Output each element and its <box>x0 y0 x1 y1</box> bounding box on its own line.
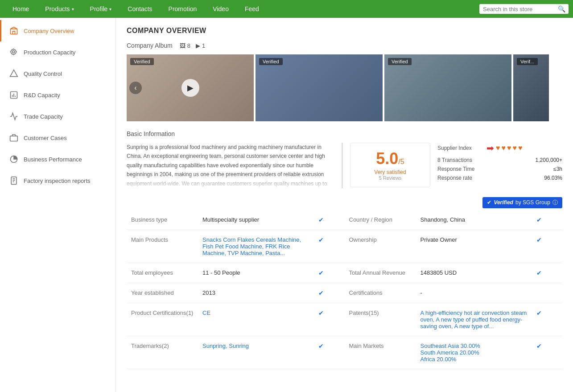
business-performance-icon <box>8 154 19 165</box>
image-gallery: ‹ Verified ▶ Verified Verified Verif... <box>127 54 562 121</box>
sidebar: Company Overview Production Capacity Qua… <box>0 18 116 392</box>
star-3: ♥ <box>507 144 511 152</box>
sidebar-item-business-performance[interactable]: Business Performance <box>0 149 115 170</box>
nav-promotion[interactable]: Promotion <box>161 0 205 18</box>
gallery-image-4[interactable]: Verif... <box>513 54 549 121</box>
factory-inspection-icon <box>8 175 19 186</box>
sgs-verified-badge: ✔ Verified by SGS Group ⓘ <box>482 197 562 208</box>
company-description: Sunpring is a professional food machiner… <box>127 143 343 188</box>
search-input[interactable] <box>483 6 558 12</box>
sidebar-rd-label: R&D Capacity <box>24 92 60 99</box>
field-value-business-type: Multispecialty supplier <box>198 210 314 230</box>
field-label-certifications: Certifications <box>345 283 416 303</box>
patents-link[interactable]: A high-efficiency hot air convection ste… <box>420 309 527 330</box>
sgs-info-icon[interactable]: ⓘ <box>552 199 558 206</box>
play-button-1[interactable]: ▶ <box>181 79 199 97</box>
nav-feed[interactable]: Feed <box>237 0 267 18</box>
main-content: COMPANY OVERVIEW Company Album 🖼 8 ▶ 1 ‹… <box>116 18 573 392</box>
field-label-trademarks: Trademarks(2) <box>127 336 198 369</box>
top-navigation: Home Products ▾ Profile ▾ Contacts Promo… <box>0 0 573 18</box>
video-icon: ▶ <box>196 42 200 49</box>
field-value-certifications: - <box>416 283 532 303</box>
verified-icon-6: ✔ <box>532 263 563 283</box>
page-title: COMPANY OVERVIEW <box>127 27 562 35</box>
album-photo-count[interactable]: 🖼 8 <box>180 42 190 49</box>
gallery-prev-button[interactable]: ‹ <box>129 82 142 94</box>
field-value-trademarks: Sunpring, Sunring <box>198 336 314 369</box>
table-row: Product Certifications(1) CE ✔ Patents(1… <box>127 303 562 336</box>
verified-banner: ✔ Verified by SGS Group ⓘ <box>127 197 562 208</box>
search-icon: 🔍 <box>558 5 565 12</box>
trademarks-link[interactable]: Sunpring, Sunring <box>202 342 249 349</box>
nav-home[interactable]: Home <box>4 0 37 18</box>
album-header: Company Album 🖼 8 ▶ 1 <box>127 42 562 49</box>
response-time-row: Response Time ≤3h <box>437 166 562 172</box>
nav-products[interactable]: Products ▾ <box>37 0 82 18</box>
verified-badge-1: Verified <box>130 58 154 65</box>
verified-icon-5: ✔ <box>314 263 345 283</box>
verified-badge-3: Verified <box>388 58 412 65</box>
trade-capacity-icon <box>8 111 19 122</box>
nav-video[interactable]: Video <box>205 0 237 18</box>
verified-icon-3: ✔ <box>314 230 345 263</box>
southeast-asia-link[interactable]: Southeast Asia 30.00% <box>420 342 480 349</box>
basic-info-header: Basic Information <box>127 130 562 137</box>
customer-cases-icon <box>8 132 19 143</box>
svg-point-1 <box>11 49 16 54</box>
sidebar-business-label: Business Performance <box>24 156 82 163</box>
sidebar-quality-label: Quality Control <box>24 70 62 77</box>
rating-label: Very satisfied <box>357 169 424 175</box>
sidebar-item-factory-inspection[interactable]: Factory inspection reports <box>0 170 115 191</box>
verified-badge-2: Verified <box>259 58 283 65</box>
field-label-product-certs: Product Certifications(1) <box>127 303 198 336</box>
rd-capacity-icon <box>8 90 19 100</box>
sidebar-item-customer-cases[interactable]: Customer Cases <box>0 127 115 149</box>
gallery-image-2[interactable]: Verified <box>256 54 383 121</box>
field-label-main-markets: Main Markets <box>345 336 416 369</box>
verified-text: Verified <box>494 199 513 206</box>
nav-profile[interactable]: Profile ▾ <box>82 0 120 18</box>
ce-link[interactable]: CE <box>202 309 210 316</box>
sidebar-company-overview-label: Company Overview <box>24 28 74 34</box>
sidebar-item-rd-capacity[interactable]: R&D Capacity <box>0 84 115 106</box>
sidebar-item-trade-capacity[interactable]: Trade Capacity <box>0 106 115 127</box>
sidebar-item-company-overview[interactable]: Company Overview <box>0 20 115 41</box>
field-label-business-type: Business type <box>127 210 198 230</box>
nav-contacts[interactable]: Contacts <box>120 0 160 18</box>
verified-icon-11: ✔ <box>314 336 345 369</box>
field-value-product-certs: CE <box>198 303 314 336</box>
company-overview-icon <box>8 25 19 36</box>
table-row: Business type Multispecialty supplier ✔ … <box>127 210 562 230</box>
response-rate-label: Response rate <box>437 175 472 181</box>
album-video-count[interactable]: ▶ 1 <box>196 42 205 49</box>
field-value-main-markets: Southeast Asia 30.00% South America 20.0… <box>416 336 532 369</box>
main-products-link[interactable]: Snacks Corn Flakes Cereals Machine, Fish… <box>202 236 301 256</box>
africa-link[interactable]: Africa 20.00% <box>420 356 457 363</box>
star-1: ♥ <box>496 144 500 152</box>
star-5: ♥ <box>518 144 523 152</box>
sgs-label: by SGS Group <box>515 199 550 206</box>
rating-card: 5.0/5 Very satisfied 5 Reviews <box>350 143 430 187</box>
field-label-ownership: Ownership <box>345 230 416 263</box>
album-meta: 🖼 8 ▶ 1 <box>180 42 205 49</box>
field-value-country: Shandong, China <box>416 210 532 230</box>
sidebar-item-quality-control[interactable]: Quality Control <box>0 63 115 84</box>
field-value-main-products: Snacks Corn Flakes Cereals Machine, Fish… <box>198 230 314 263</box>
field-label-employees: Total employees <box>127 263 198 283</box>
field-label-patents: Patents(15) <box>345 303 416 336</box>
verified-badge-4: Verif... <box>517 58 538 65</box>
field-value-ownership: Private Owner <box>416 230 532 263</box>
verified-icon-2: ✔ <box>532 210 563 230</box>
gallery-image-3[interactable]: Verified <box>384 54 511 121</box>
table-row: Total employees 11 - 50 People ✔ Total A… <box>127 263 562 283</box>
response-rate-value: 96.03% <box>544 175 562 181</box>
supplier-index-label: Supplier Index <box>437 145 486 151</box>
south-america-link[interactable]: South America 20.00% <box>420 349 479 356</box>
gallery-image-1[interactable]: Verified ▶ <box>127 54 254 121</box>
arrow-annotation: ➡ <box>486 143 494 153</box>
field-value-revenue: 1483805 USD <box>416 263 532 283</box>
supplier-info: Supplier Index ➡ ♥ ♥ ♥ ♥ ♥ 8 Transaction… <box>437 143 562 184</box>
sidebar-item-production-capacity[interactable]: Production Capacity <box>0 41 115 63</box>
table-row: Year established 2013 ✔ Certifications - <box>127 283 562 303</box>
verified-icon-10: ✔ <box>532 303 563 336</box>
